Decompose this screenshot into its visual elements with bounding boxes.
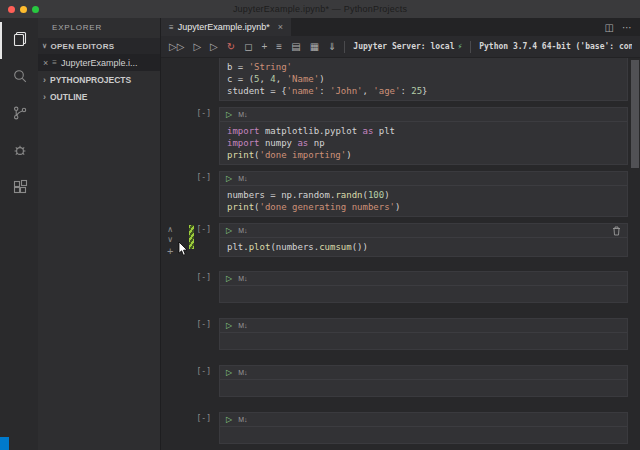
run-cell-button[interactable]: ▷ <box>226 416 232 424</box>
cell-container: ▷M↓import matplotlib.pyplot as pltimport… <box>219 107 628 165</box>
cell-code-editor[interactable] <box>220 380 627 396</box>
run-cell-button[interactable]: ▷ <box>226 111 232 119</box>
move-cell-up-button[interactable]: ∧ <box>167 225 173 235</box>
cell-code-editor[interactable]: import matplotlib.pyplot as pltimport nu… <box>220 122 627 164</box>
convert-to-markdown-button[interactable]: M↓ <box>238 369 247 376</box>
active-cell-indicator <box>189 225 194 249</box>
jupyter-server-selector[interactable]: Jupyter Server: local ⚡ <box>353 42 462 51</box>
open-editor-filename: JupyterExample.i... <box>61 58 138 68</box>
run-cell-button[interactable]: ▷ <box>226 275 232 283</box>
split-editor-icon[interactable]: ◫ <box>605 22 614 33</box>
notebook-editor: b = 'String'c = (5, 4, 'Name')student = … <box>161 58 640 450</box>
code-line: print('done importing') <box>227 149 620 161</box>
close-editor-icon[interactable]: × <box>43 58 48 68</box>
move-cell-down-button[interactable]: ∨ <box>167 235 173 245</box>
convert-cell-icon[interactable]: ≡ <box>276 42 282 52</box>
cell-collapse-toggle[interactable]: [-] <box>197 414 211 424</box>
toolbar-separator <box>470 41 471 53</box>
python-interpreter-selector[interactable]: Python 3.7.4 64-bit ('base': conda)… <box>479 42 632 51</box>
chevron-right-icon: › <box>43 75 46 85</box>
titlebar: JupyterExample.ipynb* — PythonProjects <box>0 0 640 18</box>
activity-extensions[interactable] <box>0 170 38 207</box>
cell-collapse-toggle[interactable]: [-] <box>197 225 211 235</box>
chevron-down-icon: ∨ <box>42 42 47 50</box>
code-line: plt.plot(numbers.cumsum()) <box>227 241 620 253</box>
code-line: numbers = np.random.randn(100) <box>227 189 620 201</box>
sidebar-item-pythonprojects[interactable]: › PYTHONPROJECTS <box>38 71 160 88</box>
notebook-cell: [-]▷M↓ <box>161 318 640 350</box>
editor-scrollbar[interactable] <box>631 60 639 168</box>
cell-collapse-toggle[interactable]: [-] <box>197 109 211 119</box>
convert-to-markdown-button[interactable]: M↓ <box>238 275 247 282</box>
insert-cell-button[interactable]: + <box>167 245 173 257</box>
cell-header: ▷M↓ <box>220 172 627 186</box>
cell-code-editor[interactable] <box>220 333 627 349</box>
open-editor-item[interactable]: × ≡ JupyterExample.i... <box>38 54 160 71</box>
sidebar-item-outline[interactable]: › OUTLINE <box>38 88 160 105</box>
cell-container: ▷M↓ <box>219 365 628 397</box>
close-window-button[interactable] <box>8 6 15 13</box>
tab-jupyterexample[interactable]: ≡ JupyterExample.ipynb* × <box>161 18 291 36</box>
cell-code-editor[interactable]: plt.plot(numbers.cumsum()) <box>220 238 627 256</box>
notebook-file-icon: ≡ <box>52 58 57 67</box>
cell-header: ▷M↓ <box>220 272 627 286</box>
run-cell-button[interactable]: ▷ <box>226 227 232 235</box>
chevron-right-icon: › <box>43 92 46 102</box>
source-control-icon <box>12 105 28 125</box>
cell-code-editor[interactable] <box>220 427 627 443</box>
notebook-file-icon: ≡ <box>169 23 174 32</box>
cell-collapse-toggle[interactable]: [-] <box>197 273 211 283</box>
cell-container: ▷M↓ <box>219 412 628 444</box>
cell-collapse-toggle[interactable]: [-] <box>197 320 211 330</box>
open-editors-header[interactable]: ∨ OPEN EDITORS <box>38 38 160 54</box>
variable-explorer-icon[interactable]: ▤ <box>291 42 300 52</box>
interrupt-kernel-icon[interactable]: ◻ <box>244 42 252 52</box>
convert-to-markdown-button[interactable]: M↓ <box>238 175 247 182</box>
export-notebook-icon[interactable]: ⇓ <box>328 42 336 52</box>
cell-container: ▷M↓numbers = np.random.randn(100)print('… <box>219 171 628 217</box>
convert-to-markdown-button[interactable]: M↓ <box>238 416 247 423</box>
cell-gutter <box>165 58 211 101</box>
cell-gutter: [-] <box>165 412 211 444</box>
cell-container: b = 'String'c = (5, 4, 'Name')student = … <box>219 58 628 101</box>
cell-header: ▷M↓ <box>220 319 627 333</box>
close-tab-icon[interactable]: × <box>278 22 283 32</box>
cell-code-editor[interactable]: numbers = np.random.randn(100)print('don… <box>220 186 627 216</box>
run-cells-above-icon[interactable]: ▷ <box>210 42 218 52</box>
restart-kernel-icon[interactable]: ↻ <box>227 42 235 52</box>
tabbar-actions: ◫ ⋯ <box>605 18 640 36</box>
run-all-cells-icon[interactable]: ▷▷ <box>169 42 184 52</box>
convert-to-markdown-button[interactable]: M↓ <box>238 111 247 118</box>
bug-icon <box>12 142 28 162</box>
cell-code-editor[interactable]: b = 'String'c = (5, 4, 'Name')student = … <box>220 58 627 100</box>
run-cell-button[interactable]: ▷ <box>226 175 232 183</box>
window-title: JupyterExample.ipynb* — PythonProjects <box>0 4 640 14</box>
run-cells-below-icon[interactable]: ▷ <box>193 42 201 52</box>
data-viewer-icon[interactable]: ▦ <box>310 42 319 52</box>
code-line <box>227 382 620 394</box>
notebook-cell: [-]▷M↓import matplotlib.pyplot as pltimp… <box>161 107 640 165</box>
cell-collapse-toggle[interactable]: [-] <box>197 367 211 377</box>
activity-source-control[interactable] <box>0 96 38 133</box>
cell-code-editor[interactable] <box>220 286 627 302</box>
activity-search[interactable] <box>0 59 38 96</box>
activity-debug[interactable] <box>0 133 38 170</box>
zoom-window-button[interactable] <box>32 6 39 13</box>
run-cell-button[interactable]: ▷ <box>226 322 232 330</box>
code-line: b = 'String' <box>227 61 620 73</box>
code-line <box>227 335 620 347</box>
convert-to-markdown-button[interactable]: M↓ <box>238 227 247 234</box>
cell-collapse-toggle[interactable]: [-] <box>197 173 211 183</box>
tab-bar: ≡ JupyterExample.ipynb* × ◫ ⋯ <box>161 18 640 36</box>
minimize-window-button[interactable] <box>20 6 27 13</box>
more-actions-icon[interactable]: ⋯ <box>622 22 632 33</box>
open-editors-label: OPEN EDITORS <box>50 42 114 51</box>
convert-to-markdown-button[interactable]: M↓ <box>238 322 247 329</box>
cell-gutter: [-] <box>165 271 211 303</box>
activity-explorer[interactable] <box>0 22 38 59</box>
run-cell-button[interactable]: ▷ <box>226 369 232 377</box>
status-bar-fragment <box>0 437 9 450</box>
delete-cell-button[interactable] <box>612 226 621 236</box>
notebook-cell: [-]▷M↓ <box>161 271 640 303</box>
add-cell-icon[interactable]: + <box>262 42 268 52</box>
